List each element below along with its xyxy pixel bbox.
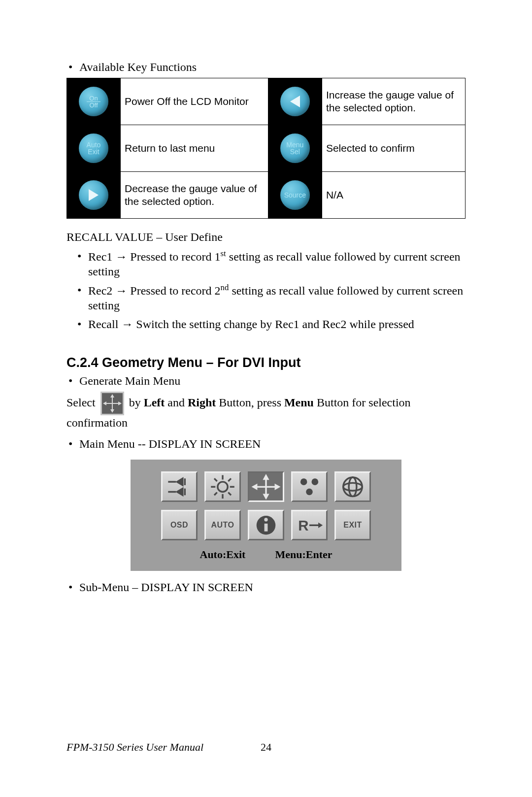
osd-sun-icon[interactable] bbox=[204, 471, 241, 502]
osd-exit-button[interactable]: EXIT bbox=[334, 510, 371, 540]
key-table-row: OnOffPower Off the LCD MonitorIncrease t… bbox=[67, 78, 466, 125]
txt: by bbox=[129, 396, 144, 409]
osd-adjust-icon[interactable] bbox=[161, 471, 198, 502]
key-function-table: OnOffPower Off the LCD MonitorIncrease t… bbox=[66, 78, 466, 219]
txt: and bbox=[167, 396, 188, 409]
key-icon-cell: OnOff bbox=[67, 78, 121, 125]
bullet-text: Generate Main Menu bbox=[79, 374, 466, 388]
select-line: Select by Left and Right Button, press M… bbox=[66, 392, 466, 431]
osd-panel: OSDAUTOREXIT Auto:Exit Menu:Enter bbox=[131, 460, 401, 571]
manual-title: FPM-3150 Series User Manual bbox=[66, 741, 203, 753]
bullet-dot: • bbox=[66, 374, 79, 388]
document-page: • Available Key Functions OnOffPower Off… bbox=[0, 0, 532, 797]
geometry-menu-icon bbox=[100, 392, 124, 415]
osd-dots-icon[interactable] bbox=[291, 471, 328, 502]
svg-point-8 bbox=[218, 482, 228, 492]
svg-marker-5 bbox=[118, 401, 122, 405]
osd-row-1 bbox=[144, 471, 388, 502]
svg-rect-30 bbox=[265, 524, 268, 531]
bullet-dot: • bbox=[66, 437, 79, 451]
svg-point-25 bbox=[306, 489, 313, 496]
svg-point-23 bbox=[300, 478, 307, 485]
bullet-main-menu-display: • Main Menu -- DISPLAY IN SCREEN bbox=[66, 437, 466, 451]
bullet-text: Available Key Functions bbox=[79, 61, 466, 74]
key-icon-cell: AutoExit bbox=[67, 125, 121, 172]
key-icon-cell: MenuSel bbox=[268, 125, 322, 172]
svg-point-28 bbox=[349, 477, 357, 497]
bullet-text: Main Menu -- DISPLAY IN SCREEN bbox=[79, 437, 466, 451]
osd-row-2: OSDAUTOREXIT bbox=[144, 510, 388, 540]
bullet-dot: • bbox=[66, 61, 79, 74]
svg-marker-21 bbox=[252, 484, 257, 490]
svg-line-14 bbox=[228, 493, 231, 496]
osd-geometry-icon[interactable] bbox=[248, 471, 284, 502]
recall-list: •Rec1 → Pressed to record 1st setting as… bbox=[75, 249, 466, 332]
recall-item: •Rec2 → Pressed to record 2nd setting as… bbox=[75, 283, 466, 313]
bullet-sub-menu-display: • Sub-Menu – DISPLAY IN SCREEN bbox=[66, 581, 466, 594]
svg-line-13 bbox=[214, 478, 217, 481]
recall-heading: RECALL VALUE – User Define bbox=[66, 231, 466, 244]
osd-footer-left: Auto:Exit bbox=[200, 548, 246, 561]
recall-item: •Recall → Switch the setting change by R… bbox=[75, 317, 466, 332]
bullet-text: Sub-Menu – DISPLAY IN SCREEN bbox=[79, 581, 466, 594]
key-table-row: Decrease the gauge value of the selected… bbox=[67, 172, 466, 219]
osd-i-button[interactable] bbox=[248, 510, 284, 540]
svg-marker-7 bbox=[177, 489, 182, 496]
svg-point-31 bbox=[264, 518, 267, 521]
svg-marker-3 bbox=[110, 409, 114, 413]
right-label: Right bbox=[188, 396, 216, 409]
svg-marker-20 bbox=[263, 494, 268, 499]
svg-point-27 bbox=[343, 483, 363, 491]
svg-text:R: R bbox=[298, 517, 308, 533]
key-icon-cell bbox=[268, 78, 322, 125]
osd-footer: Auto:Exit Menu:Enter bbox=[144, 548, 388, 561]
svg-marker-4 bbox=[103, 401, 106, 405]
svg-point-24 bbox=[312, 478, 319, 485]
key-icon-cell bbox=[67, 172, 121, 219]
osd-globe-icon[interactable] bbox=[334, 471, 371, 502]
bullet-dot: • bbox=[66, 581, 79, 594]
svg-marker-34 bbox=[318, 523, 323, 528]
svg-marker-22 bbox=[275, 484, 280, 490]
svg-point-26 bbox=[343, 477, 363, 497]
page-footer: FPM-3150 Series User Manual 24 bbox=[66, 741, 466, 754]
key-desc-cell: Selected to confirm bbox=[322, 125, 465, 172]
key-desc-cell: Return to last menu bbox=[121, 125, 268, 172]
key-icon-cell: Source bbox=[268, 172, 322, 219]
svg-marker-2 bbox=[110, 394, 114, 398]
menu-label: Menu bbox=[284, 396, 314, 409]
txt: Button, press bbox=[219, 396, 284, 409]
key-desc-cell: Decrease the gauge value of the selected… bbox=[121, 172, 268, 219]
svg-line-15 bbox=[214, 493, 217, 496]
svg-marker-19 bbox=[263, 474, 268, 479]
page-number: 24 bbox=[261, 741, 271, 754]
section-heading: C.2.4 Geometry Menu – For DVI Input bbox=[66, 355, 466, 370]
bullet-available-key-functions: • Available Key Functions bbox=[66, 61, 466, 74]
recall-item: •Rec1 → Pressed to record 1st setting as… bbox=[75, 249, 466, 279]
key-desc-cell: Increase the gauge value of the selected… bbox=[322, 78, 465, 125]
osd-osd-button[interactable]: OSD bbox=[161, 510, 198, 540]
select-pre: Select bbox=[66, 396, 99, 409]
osd-footer-right: Menu:Enter bbox=[275, 548, 332, 561]
key-table-row: AutoExitReturn to last menuMenuSelSelect… bbox=[67, 125, 466, 172]
svg-marker-6 bbox=[177, 478, 182, 485]
osd-auto-button[interactable]: AUTO bbox=[204, 510, 241, 540]
key-desc-cell: Power Off the LCD Monitor bbox=[121, 78, 268, 125]
key-desc-cell: N/A bbox=[322, 172, 465, 219]
osd-rarrow-button[interactable]: R bbox=[291, 510, 328, 540]
left-label: Left bbox=[144, 396, 165, 409]
bullet-generate-main: • Generate Main Menu bbox=[66, 374, 466, 388]
svg-line-16 bbox=[228, 478, 231, 481]
